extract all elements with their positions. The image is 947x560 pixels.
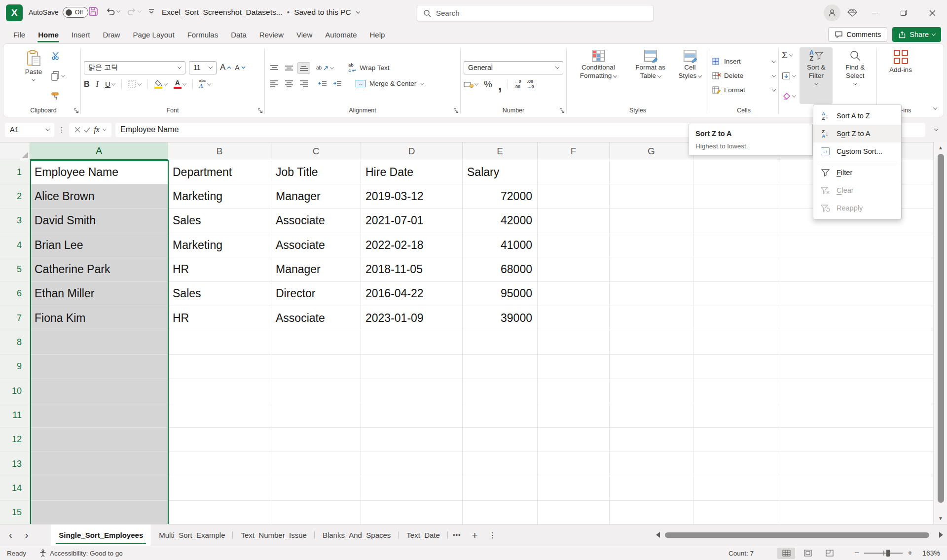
sheet-tab-text-number-issue[interactable]: Text_Number_Issue [233,525,314,546]
cell-B9[interactable] [168,355,271,379]
accounting-format-button[interactable] [464,78,478,91]
tab-home[interactable]: Home [32,26,65,43]
orientation-button[interactable]: ab [316,62,333,74]
minimize-button[interactable] [864,3,886,23]
enter-icon[interactable] [84,127,90,133]
cell-F11[interactable] [538,403,610,427]
sheet-options-kebab-icon[interactable]: ⋮ [489,530,497,540]
menu-item-sort-a-to-z[interactable]: AZ↓Sort A to Z [813,107,901,125]
cell-D15[interactable] [361,501,463,524]
row-header-11[interactable]: 11 [0,403,30,427]
cell-F10[interactable] [538,379,610,403]
row-header-15[interactable]: 15 [0,501,30,524]
autosum-button[interactable]: Σ [782,49,796,61]
align-center-button[interactable] [283,78,295,90]
cell-H8[interactable] [693,330,779,354]
cell-E14[interactable] [463,476,538,500]
cell-I8[interactable] [779,330,934,354]
menu-item-custom-sort[interactable]: ↓↑Custom Sort... [813,142,901,160]
cell-G13[interactable] [610,452,693,476]
column-header-G[interactable]: G [610,142,693,160]
cell-H13[interactable] [693,452,779,476]
menu-item-sort-z-to-a[interactable]: ZA↓Sort Z to A [813,125,901,142]
next-sheet-icon[interactable]: › [25,529,29,541]
comma-style-button[interactable]: , [498,78,502,91]
cell-G6[interactable] [610,282,693,306]
cell-B12[interactable] [168,428,271,452]
cell-D8[interactable] [361,330,463,354]
number-format-select[interactable]: General [464,61,563,74]
cell-A11[interactable] [30,403,168,427]
zoom-level[interactable]: 163% [917,549,940,557]
expand-formula-bar-icon[interactable] [930,128,942,131]
cell-F15[interactable] [538,501,610,524]
cell-G9[interactable] [610,355,693,379]
fill-color-button[interactable] [154,78,167,91]
increase-font-size-button[interactable]: A [220,61,231,74]
cell-I6[interactable] [779,282,934,306]
row-header-4[interactable]: 4 [0,233,30,257]
zoom-slider-thumb[interactable] [886,550,890,557]
cell-D4[interactable]: 2022-02-18 [361,233,463,257]
cell-E4[interactable]: 41000 [463,233,538,257]
underline-button[interactable]: U [105,78,115,91]
top-align-button[interactable] [268,62,281,74]
cell-B3[interactable]: Sales [168,209,271,233]
insert-cells-button[interactable]: Insert [712,55,775,68]
cell-E8[interactable] [463,330,538,354]
tab-insert[interactable]: Insert [65,26,97,43]
cell-B8[interactable] [168,330,271,354]
row-header-12[interactable]: 12 [0,428,30,452]
page-break-view-button[interactable] [821,548,838,559]
cell-H3[interactable] [693,209,779,233]
percent-style-button[interactable]: % [484,78,492,91]
delete-cells-button[interactable]: Delete [712,70,775,82]
customize-quick-access-icon[interactable] [148,8,155,14]
insert-function-icon[interactable]: fx [94,125,100,134]
cell-B5[interactable]: HR [168,257,271,281]
cell-C15[interactable] [271,501,361,524]
column-header-A[interactable]: A [30,142,168,160]
cell-G3[interactable] [610,209,693,233]
cell-F1[interactable] [538,160,610,184]
column-header-D[interactable]: D [361,142,463,160]
name-box[interactable]: A1 [5,123,54,137]
comments-button[interactable]: Comments [828,27,887,42]
cell-G14[interactable] [610,476,693,500]
sheet-tab-multi-sort-example[interactable]: Multi_Sort_Example [151,525,233,546]
cell-I11[interactable] [779,403,934,427]
cut-button[interactable] [51,49,65,61]
cell-B6[interactable]: Sales [168,282,271,306]
excel-logo-icon[interactable]: X [6,4,23,21]
sheet-tab-text-date[interactable]: Text_Date [399,525,448,546]
cell-H1[interactable] [693,160,779,184]
scroll-right-icon[interactable] [939,532,943,538]
zoom-out-button[interactable]: − [854,548,859,558]
select-all-corner[interactable] [0,142,30,160]
cell-D6[interactable]: 2016-04-22 [361,282,463,306]
tab-formulas[interactable]: Formulas [181,26,225,43]
cell-B10[interactable] [168,379,271,403]
cell-E5[interactable]: 68000 [463,257,538,281]
cell-I4[interactable] [779,233,934,257]
fill-button[interactable] [782,70,796,82]
cell-I9[interactable] [779,355,934,379]
cell-A2[interactable]: Alice Brown [30,184,168,209]
tab-automate[interactable]: Automate [319,26,363,43]
row-header-14[interactable]: 14 [0,476,30,500]
tab-draw[interactable]: Draw [96,26,126,43]
cell-I10[interactable] [779,379,934,403]
undo-button[interactable] [106,7,120,16]
cell-A4[interactable]: Brian Lee [30,233,168,257]
column-header-E[interactable]: E [463,142,538,160]
cell-F7[interactable] [538,306,610,330]
cell-G7[interactable] [610,306,693,330]
cell-C13[interactable] [271,452,361,476]
cell-C10[interactable] [271,379,361,403]
paste-button[interactable]: Paste [22,47,45,104]
more-sheets-icon[interactable]: ••• [453,531,461,539]
tab-file[interactable]: File [7,26,32,43]
cell-C1[interactable]: Job Title [271,160,361,184]
cell-H4[interactable] [693,233,779,257]
cell-D12[interactable] [361,428,463,452]
